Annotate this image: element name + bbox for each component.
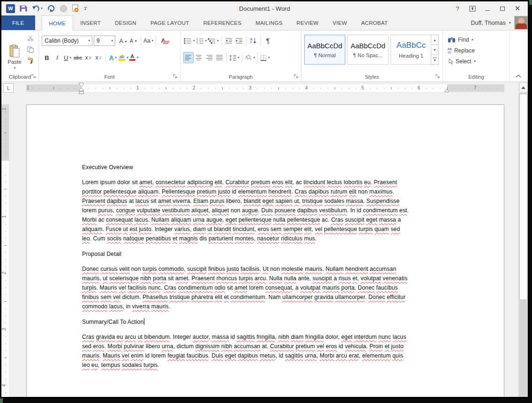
spellcheck-word[interactable]: enim — [131, 352, 143, 359]
spellcheck-word[interactable]: Etiam — [194, 198, 209, 204]
clipboard-dialog-launcher-icon[interactable] — [31, 74, 37, 79]
increase-indent-button[interactable] — [234, 35, 244, 46]
cut-icon[interactable] — [26, 34, 35, 43]
spellcheck-word[interactable]: vestibulum — [319, 207, 347, 214]
spellcheck-word[interactable]: risus — [338, 275, 351, 282]
document-line[interactable]: porttitor pellentesque aliquam. Pellente… — [82, 187, 449, 196]
spellcheck-word[interactable]: gravida — [315, 294, 334, 300]
spellcheck-word[interactable]: aliquet — [191, 207, 209, 214]
document-line[interactable]: Donec cursus velit non turpis commodo, s… — [82, 264, 449, 274]
spellcheck-word[interactable]: justo — [218, 188, 230, 195]
align-center-button[interactable] — [194, 52, 204, 63]
customize-qat-icon[interactable]: ▾ — [84, 7, 87, 10]
tab-review[interactable]: REVIEW — [290, 15, 326, 30]
spellcheck-word[interactable]: venenatis — [382, 275, 407, 282]
scrollbar-thumb[interactable] — [519, 94, 527, 300]
subscript-button[interactable]: x2 — [83, 52, 93, 63]
format-painter-icon[interactable] — [26, 57, 35, 65]
spellcheck-word[interactable]: tristique — [302, 198, 323, 204]
spellcheck-word[interactable]: Pellentesque — [162, 188, 195, 195]
sort-button[interactable]: A Z — [248, 35, 259, 46]
spellcheck-word[interactable]: rhoncus — [217, 275, 237, 282]
spellcheck-word[interactable]: aliquam — [171, 216, 191, 223]
spellcheck-word[interactable]: gravida — [96, 334, 115, 340]
document-page[interactable]: Executive OverviewLorem ipsum dolor sit … — [26, 104, 504, 397]
spellcheck-word[interactable]: urna — [305, 352, 316, 359]
spellcheck-word[interactable]: ut — [138, 334, 142, 340]
numbering-button[interactable]: 123 ▾ — [195, 35, 208, 46]
line-spacing-button[interactable]: ▾ — [229, 52, 240, 63]
spellcheck-word[interactable]: justo — [139, 226, 151, 232]
spellcheck-word[interactable]: eget — [341, 334, 352, 340]
spellcheck-word[interactable]: metus — [260, 352, 276, 359]
tab-view[interactable]: VIEW — [326, 15, 354, 30]
spellcheck-word[interactable]: vehicula — [345, 343, 367, 350]
spellcheck-word[interactable]: mauris — [151, 303, 169, 310]
spellcheck-word[interactable]: Morbi — [320, 352, 334, 359]
spellcheck-word[interactable]: augue — [242, 207, 258, 214]
spellcheck-word[interactable]: vel — [119, 284, 126, 291]
spellcheck-word[interactable]: justo — [391, 343, 404, 350]
tab-references[interactable]: REFERENCES — [196, 15, 249, 30]
spellcheck-word[interactable]: purus — [98, 207, 112, 214]
spellcheck-word[interactable]: amet — [158, 198, 171, 204]
spellcheck-word[interactable]: massa — [346, 198, 363, 204]
spellcheck-word[interactable]: Cras — [82, 334, 94, 340]
bold-button[interactable]: B — [42, 52, 52, 63]
spellcheck-word[interactable]: sed — [390, 226, 400, 232]
highlight-dropdown-icon[interactable]: ▾ — [127, 56, 128, 60]
spellcheck-word[interactable]: dapibus — [238, 352, 258, 359]
spellcheck-word[interactable]: Duis — [262, 207, 273, 214]
spellcheck-word[interactable]: porta — [153, 275, 166, 282]
bullets-dropdown-icon[interactable]: ▾ — [193, 39, 195, 43]
document-line[interactable]: mauris, ut scelerisque nibh porta sit am… — [82, 274, 449, 283]
styles-more-icon[interactable]: ▼ — [431, 55, 438, 64]
shading-button[interactable]: ▾ — [244, 52, 256, 63]
spellcheck-word[interactable]: turpis — [239, 275, 253, 282]
spellcheck-word[interactable]: massa — [379, 216, 396, 223]
spellcheck-word[interactable]: eros — [258, 226, 269, 232]
spellcheck-word[interactable]: hendrerit — [269, 188, 292, 195]
document-line[interactable]: leo eu, tempus sodales turpis. — [82, 360, 449, 370]
account-avatar[interactable] — [514, 16, 528, 30]
tab-file[interactable]: FILE — [1, 15, 35, 30]
spellcheck-word[interactable]: sem — [270, 226, 281, 232]
spellcheck-word[interactable]: tempus — [101, 362, 120, 368]
spellcheck-word[interactable]: montes — [235, 235, 254, 242]
spellcheck-word[interactable]: augue — [206, 216, 222, 223]
horizontal-ruler[interactable]: 12345617 — [26, 84, 504, 92]
text-effects-button[interactable]: A▾ — [108, 52, 118, 63]
tab-home[interactable]: HOME — [42, 15, 74, 30]
spellcheck-word[interactable]: molestie — [282, 266, 303, 272]
spellcheck-word[interactable]: maximus — [369, 188, 392, 195]
paragraph-dialog-launcher-icon[interactable] — [294, 74, 299, 79]
spellcheck-word[interactable]: eu — [117, 334, 123, 340]
spellcheck-word[interactable]: nibh — [140, 275, 151, 282]
font-size-dropdown-icon[interactable]: ▾ — [109, 39, 115, 43]
spellcheck-word[interactable]: Nullam — [325, 266, 344, 272]
spellcheck-word[interactable]: natoque — [123, 235, 144, 242]
paste-button[interactable]: Paste ▾ — [4, 33, 25, 78]
font-size-combobox[interactable]: 9 ▾ — [94, 36, 115, 46]
spellcheck-word[interactable]: Ut — [263, 266, 269, 272]
account-dropdown-icon[interactable]: ▾ — [509, 21, 511, 25]
spellcheck-word[interactable]: vel — [113, 294, 120, 300]
spellcheck-word[interactable]: urna — [162, 343, 173, 350]
spellcheck-word[interactable]: mauris — [305, 266, 322, 272]
spellcheck-word[interactable]: est — [399, 207, 407, 214]
spellcheck-word[interactable]: lacus — [393, 334, 406, 340]
spellcheck-word[interactable]: eros — [326, 343, 337, 350]
spellcheck-word[interactable]: finibus — [208, 266, 225, 272]
spellcheck-word[interactable]: Curabitur — [270, 343, 294, 350]
addin-button-icon[interactable] — [60, 4, 67, 13]
superscript-button[interactable]: x2 — [93, 52, 104, 63]
spellcheck-word[interactable]: ut — [103, 275, 107, 282]
minimize-button[interactable] — [481, 3, 494, 14]
change-case-button[interactable]: Aa▾ — [143, 35, 154, 46]
spellcheck-word[interactable]: eget — [262, 198, 274, 204]
grammar-word[interactable]: et — [385, 343, 390, 350]
spellcheck-word[interactable]: viverra — [172, 198, 190, 204]
spellcheck-word[interactable]: tristique — [169, 294, 190, 300]
spellcheck-word[interactable]: Fusce — [105, 226, 121, 232]
spellcheck-word[interactable]: amet — [175, 275, 188, 282]
